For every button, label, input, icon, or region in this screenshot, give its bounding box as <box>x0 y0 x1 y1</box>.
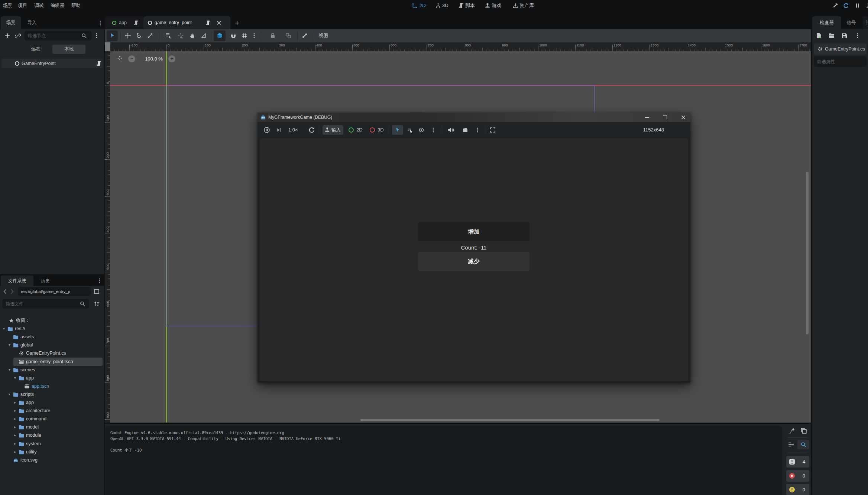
sort-files-icon[interactable] <box>94 301 100 307</box>
position-select-icon[interactable] <box>178 33 184 39</box>
nav-back-icon[interactable] <box>2 289 8 294</box>
game-window-titlebar[interactable]: MyGFrameworkGame (DEBUG) <box>258 113 690 122</box>
grid-snap-icon[interactable] <box>230 33 236 39</box>
filter-files-input[interactable]: 筛选文件 <box>2 299 89 309</box>
workspace-2d[interactable]: 2D <box>420 0 426 11</box>
chevron-right-icon[interactable]: ▸ <box>14 423 16 431</box>
file-tree-row[interactable]: ▾res:// <box>0 325 104 333</box>
file-tree-row[interactable]: ▸app <box>0 398 104 407</box>
compile-icon[interactable] <box>832 3 838 9</box>
move-tool-icon[interactable] <box>125 33 131 39</box>
local-button[interactable]: 本地 <box>52 45 85 54</box>
workspace-script[interactable]: 脚本 <box>465 0 475 11</box>
2d-mode-label[interactable]: 2D <box>356 122 363 138</box>
center-view-icon[interactable] <box>117 55 123 61</box>
game-menu-icon[interactable] <box>430 127 436 133</box>
tab-partial[interactable]: 节点 <box>863 16 868 29</box>
file-tree-row[interactable]: ▸command <box>0 415 104 423</box>
path-field[interactable]: res://global/game_entry_p <box>18 287 91 296</box>
scene-tab-active[interactable]: game_entry_point <box>143 16 230 29</box>
menu-debug[interactable]: 调试 <box>34 0 43 11</box>
workspace-game[interactable]: 游戏 <box>492 0 501 11</box>
chevron-right-icon[interactable]: ▸ <box>14 398 16 407</box>
select-tool-button[interactable] <box>107 30 118 41</box>
load-resource-icon[interactable] <box>829 33 835 39</box>
filter-nodes-input[interactable]: 筛选节点 <box>25 31 91 40</box>
camera-override-icon[interactable] <box>462 127 468 133</box>
view-menu[interactable]: 视图 <box>319 29 328 42</box>
search-log-button[interactable] <box>797 440 809 449</box>
game-speed[interactable]: 1.0× <box>288 122 298 138</box>
remote-button[interactable]: 远程 <box>19 45 52 54</box>
tab-filesystem[interactable]: 文件系统 <box>1 276 33 286</box>
ruler-tool-icon[interactable] <box>201 33 207 39</box>
fs-dock-menu-icon[interactable] <box>97 278 103 284</box>
maximize-icon[interactable] <box>663 115 667 119</box>
list-select-icon[interactable] <box>165 33 171 39</box>
chevron-right-icon[interactable]: ▸ <box>14 407 16 415</box>
filter-properties-input[interactable]: 筛选属性 <box>814 56 867 67</box>
chevron-right-icon[interactable]: ▸ <box>14 431 16 439</box>
file-tree-row[interactable]: icon.svg <box>0 456 104 464</box>
zoom-level[interactable]: 100.0 % <box>140 55 167 62</box>
file-tree-row[interactable]: ▸system <box>0 440 104 448</box>
game-focus-icon[interactable] <box>418 127 424 133</box>
restart-icon[interactable] <box>308 127 315 133</box>
minimize-icon[interactable] <box>645 117 649 118</box>
scene-tree-root-row[interactable]: GameEntryPoint <box>1 59 103 68</box>
tab-import[interactable]: 导入 <box>22 16 42 29</box>
tab-inspector[interactable]: 检查器 <box>812 16 841 29</box>
zoom-in-button[interactable]: + <box>168 55 175 62</box>
inspected-object-row[interactable]: GameEntryPoint.cs <box>814 43 867 55</box>
file-tree-row[interactable]: ▸model <box>0 423 104 431</box>
clear-log-icon[interactable] <box>788 427 795 434</box>
game-list-select-icon[interactable] <box>407 127 413 133</box>
total-messages-badge[interactable]: 4 <box>786 456 809 468</box>
save-resource-icon[interactable] <box>841 33 847 39</box>
pan-tool-icon[interactable] <box>190 33 195 39</box>
chevron-right-icon[interactable]: ▸ <box>14 440 16 448</box>
menu-editor[interactable]: 编辑器 <box>51 0 65 11</box>
pause-icon[interactable] <box>855 3 861 9</box>
audio-icon[interactable] <box>447 127 454 133</box>
file-tree-row[interactable]: ▾scenes <box>0 366 104 374</box>
game-select-button[interactable] <box>392 125 403 135</box>
chevron-right-icon[interactable]: ▸ <box>14 448 16 456</box>
collapse-log-icon[interactable] <box>788 441 794 448</box>
snap-options-icon[interactable] <box>242 33 247 39</box>
menu-scene[interactable]: 场景 <box>3 0 12 11</box>
errors-badge[interactable]: 0 <box>786 470 809 482</box>
decrease-button[interactable]: 减少 <box>418 252 529 271</box>
close-window-icon[interactable] <box>681 115 686 120</box>
lock-icon[interactable] <box>270 33 276 39</box>
chevron-down-icon[interactable]: ▾ <box>14 374 16 382</box>
file-tree-row[interactable]: ▸utility <box>0 448 104 456</box>
new-resource-icon[interactable] <box>816 33 822 39</box>
inspector-menu-icon[interactable] <box>855 33 861 39</box>
smart-snap-button[interactable] <box>214 30 226 41</box>
workspace-assetlib[interactable]: 资产库 <box>519 0 534 11</box>
reload-icon[interactable] <box>843 3 849 9</box>
nav-forward-icon[interactable] <box>9 289 15 294</box>
file-tree-row[interactable]: app.tscn <box>0 382 104 390</box>
file-tree-row[interactable]: ▾app <box>0 374 104 382</box>
zoom-out-button[interactable]: − <box>128 55 135 62</box>
next-frame-icon[interactable] <box>276 127 282 133</box>
game-debug-window[interactable]: MyGFrameworkGame (DEBUG) 1.0× 输入 2D 3D 1… <box>258 113 690 382</box>
warnings-badge[interactable]: 0 <box>786 484 809 495</box>
new-tab-icon[interactable] <box>234 20 240 26</box>
3d-mode-label[interactable]: 3D <box>378 122 384 138</box>
copy-log-icon[interactable] <box>800 427 807 434</box>
game-menu2-icon[interactable] <box>475 127 480 133</box>
file-tree-row[interactable]: ▾global <box>0 341 104 349</box>
menu-help[interactable]: 帮助 <box>71 0 81 11</box>
node-script-icon[interactable] <box>96 61 102 66</box>
tab-history[interactable]: 历史 <box>36 276 55 286</box>
file-tree-row[interactable]: ▸module <box>0 431 104 439</box>
dock-menu-icon[interactable] <box>97 20 103 26</box>
chevron-down-icon[interactable]: ▾ <box>9 390 10 398</box>
file-tree-row[interactable]: assets <box>0 333 104 341</box>
horizontal-scrollbar[interactable] <box>360 419 660 421</box>
chevron-down-icon[interactable]: ▾ <box>9 341 10 349</box>
split-view-icon[interactable] <box>94 289 100 294</box>
